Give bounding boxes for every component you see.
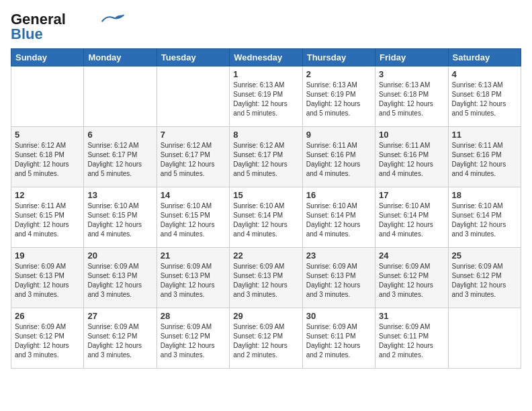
- calendar-cell: 21Sunrise: 6:09 AMSunset: 6:13 PMDayligh…: [157, 248, 229, 308]
- day-info: Sunrise: 6:12 AMSunset: 6:17 PMDaylight:…: [233, 141, 298, 179]
- calendar-cell: 7Sunrise: 6:12 AMSunset: 6:17 PMDaylight…: [157, 127, 229, 187]
- day-number: 22: [233, 250, 298, 261]
- calendar-cell: 16Sunrise: 6:10 AMSunset: 6:14 PMDayligh…: [302, 187, 375, 248]
- calendar-cell: 19Sunrise: 6:09 AMSunset: 6:13 PMDayligh…: [11, 248, 84, 308]
- day-info: Sunrise: 6:12 AMSunset: 6:17 PMDaylight:…: [161, 141, 226, 179]
- calendar-cell: 4Sunrise: 6:13 AMSunset: 6:18 PMDaylight…: [448, 66, 521, 127]
- day-number: 11: [452, 130, 517, 140]
- day-number: 18: [452, 190, 517, 200]
- logo: General Blue: [11, 11, 125, 43]
- day-info: Sunrise: 6:09 AMSunset: 6:12 PMDaylight:…: [161, 322, 226, 360]
- calendar-cell: 8Sunrise: 6:12 AMSunset: 6:17 PMDaylight…: [230, 127, 302, 187]
- calendar-cell: 3Sunrise: 6:13 AMSunset: 6:18 PMDaylight…: [375, 66, 448, 127]
- day-number: 8: [233, 130, 298, 140]
- day-info: Sunrise: 6:09 AMSunset: 6:12 PMDaylight:…: [452, 262, 517, 300]
- day-number: 12: [15, 190, 80, 200]
- day-number: 9: [306, 130, 371, 140]
- day-number: 14: [161, 190, 226, 200]
- day-header-monday: Monday: [84, 49, 157, 66]
- calendar-cell: 20Sunrise: 6:09 AMSunset: 6:13 PMDayligh…: [84, 248, 157, 308]
- logo-blue: Blue: [11, 26, 43, 43]
- calendar-cell: [84, 66, 157, 127]
- day-info: Sunrise: 6:13 AMSunset: 6:18 PMDaylight:…: [379, 81, 444, 118]
- day-info: Sunrise: 6:09 AMSunset: 6:13 PMDaylight:…: [15, 262, 80, 300]
- calendar-cell: 26Sunrise: 6:09 AMSunset: 6:12 PMDayligh…: [11, 308, 84, 369]
- day-number: 21: [161, 250, 226, 261]
- day-info: Sunrise: 6:11 AMSunset: 6:16 PMDaylight:…: [452, 141, 517, 179]
- day-info: Sunrise: 6:12 AMSunset: 6:17 PMDaylight:…: [87, 141, 152, 179]
- day-info: Sunrise: 6:09 AMSunset: 6:11 PMDaylight:…: [306, 322, 371, 360]
- calendar-cell: 10Sunrise: 6:11 AMSunset: 6:16 PMDayligh…: [375, 127, 448, 187]
- day-number: 5: [15, 130, 80, 140]
- calendar-cell: 22Sunrise: 6:09 AMSunset: 6:13 PMDayligh…: [230, 248, 302, 308]
- calendar-cell: 1Sunrise: 6:13 AMSunset: 6:19 PMDaylight…: [230, 66, 302, 127]
- day-info: Sunrise: 6:09 AMSunset: 6:12 PMDaylight:…: [233, 322, 298, 360]
- day-info: Sunrise: 6:11 AMSunset: 6:15 PMDaylight:…: [15, 201, 80, 239]
- day-info: Sunrise: 6:11 AMSunset: 6:16 PMDaylight:…: [379, 141, 444, 179]
- calendar-cell: 15Sunrise: 6:10 AMSunset: 6:14 PMDayligh…: [230, 187, 302, 248]
- day-number: 2: [306, 69, 371, 79]
- calendar-cell: 27Sunrise: 6:09 AMSunset: 6:12 PMDayligh…: [84, 308, 157, 369]
- day-info: Sunrise: 6:09 AMSunset: 6:13 PMDaylight:…: [161, 262, 226, 300]
- calendar-cell: 31Sunrise: 6:09 AMSunset: 6:11 PMDayligh…: [375, 308, 448, 369]
- day-number: 28: [161, 311, 226, 321]
- day-number: 30: [306, 311, 371, 321]
- day-number: 6: [87, 130, 152, 140]
- day-number: 23: [306, 250, 371, 261]
- day-info: Sunrise: 6:10 AMSunset: 6:14 PMDaylight:…: [379, 201, 444, 239]
- calendar-table: SundayMondayTuesdayWednesdayThursdayFrid…: [11, 48, 521, 369]
- day-number: 4: [452, 69, 517, 79]
- logo-bird-icon: [101, 14, 125, 24]
- calendar-cell: 29Sunrise: 6:09 AMSunset: 6:12 PMDayligh…: [230, 308, 302, 369]
- calendar-cell: 24Sunrise: 6:09 AMSunset: 6:12 PMDayligh…: [375, 248, 448, 308]
- day-number: 19: [15, 250, 80, 261]
- calendar-cell: 30Sunrise: 6:09 AMSunset: 6:11 PMDayligh…: [302, 308, 375, 369]
- calendar-cell: 23Sunrise: 6:09 AMSunset: 6:13 PMDayligh…: [302, 248, 375, 308]
- day-header-thursday: Thursday: [302, 49, 375, 66]
- calendar-cell: 28Sunrise: 6:09 AMSunset: 6:12 PMDayligh…: [157, 308, 229, 369]
- day-info: Sunrise: 6:09 AMSunset: 6:12 PMDaylight:…: [15, 322, 80, 360]
- day-header-wednesday: Wednesday: [230, 49, 302, 66]
- day-header-friday: Friday: [375, 49, 448, 66]
- calendar-cell: 18Sunrise: 6:10 AMSunset: 6:14 PMDayligh…: [448, 187, 521, 248]
- calendar-cell: 17Sunrise: 6:10 AMSunset: 6:14 PMDayligh…: [375, 187, 448, 248]
- day-number: 15: [233, 190, 298, 200]
- day-info: Sunrise: 6:09 AMSunset: 6:11 PMDaylight:…: [379, 322, 444, 360]
- day-number: 13: [87, 190, 152, 200]
- day-info: Sunrise: 6:10 AMSunset: 6:15 PMDaylight:…: [161, 201, 226, 239]
- day-number: 29: [233, 311, 298, 321]
- calendar-cell: 9Sunrise: 6:11 AMSunset: 6:16 PMDaylight…: [302, 127, 375, 187]
- day-number: 25: [452, 250, 517, 261]
- calendar-cell: [448, 308, 521, 369]
- calendar-cell: 13Sunrise: 6:10 AMSunset: 6:15 PMDayligh…: [84, 187, 157, 248]
- day-info: Sunrise: 6:09 AMSunset: 6:13 PMDaylight:…: [87, 262, 152, 300]
- calendar-cell: 6Sunrise: 6:12 AMSunset: 6:17 PMDaylight…: [84, 127, 157, 187]
- day-number: 20: [87, 250, 152, 261]
- day-number: 7: [161, 130, 226, 140]
- day-header-saturday: Saturday: [448, 49, 521, 66]
- day-info: Sunrise: 6:09 AMSunset: 6:12 PMDaylight:…: [87, 322, 152, 360]
- day-info: Sunrise: 6:13 AMSunset: 6:19 PMDaylight:…: [306, 81, 371, 118]
- header: General Blue: [11, 11, 521, 43]
- day-info: Sunrise: 6:12 AMSunset: 6:18 PMDaylight:…: [15, 141, 80, 179]
- day-header-sunday: Sunday: [11, 49, 84, 66]
- calendar-cell: [157, 66, 229, 127]
- day-number: 17: [379, 190, 444, 200]
- day-number: 24: [379, 250, 444, 261]
- calendar-cell: 2Sunrise: 6:13 AMSunset: 6:19 PMDaylight…: [302, 66, 375, 127]
- day-info: Sunrise: 6:09 AMSunset: 6:12 PMDaylight:…: [379, 262, 444, 300]
- day-info: Sunrise: 6:10 AMSunset: 6:14 PMDaylight:…: [452, 201, 517, 239]
- day-info: Sunrise: 6:13 AMSunset: 6:19 PMDaylight:…: [233, 81, 298, 118]
- day-number: 1: [233, 69, 298, 79]
- day-info: Sunrise: 6:09 AMSunset: 6:13 PMDaylight:…: [233, 262, 298, 300]
- day-info: Sunrise: 6:10 AMSunset: 6:15 PMDaylight:…: [87, 201, 152, 239]
- day-info: Sunrise: 6:09 AMSunset: 6:13 PMDaylight:…: [306, 262, 371, 300]
- calendar-cell: 25Sunrise: 6:09 AMSunset: 6:12 PMDayligh…: [448, 248, 521, 308]
- day-info: Sunrise: 6:11 AMSunset: 6:16 PMDaylight:…: [306, 141, 371, 179]
- day-number: 10: [379, 130, 444, 140]
- day-info: Sunrise: 6:13 AMSunset: 6:18 PMDaylight:…: [452, 81, 517, 118]
- calendar-cell: 14Sunrise: 6:10 AMSunset: 6:15 PMDayligh…: [157, 187, 229, 248]
- day-number: 16: [306, 190, 371, 200]
- calendar-cell: 5Sunrise: 6:12 AMSunset: 6:18 PMDaylight…: [11, 127, 84, 187]
- day-info: Sunrise: 6:10 AMSunset: 6:14 PMDaylight:…: [233, 201, 298, 239]
